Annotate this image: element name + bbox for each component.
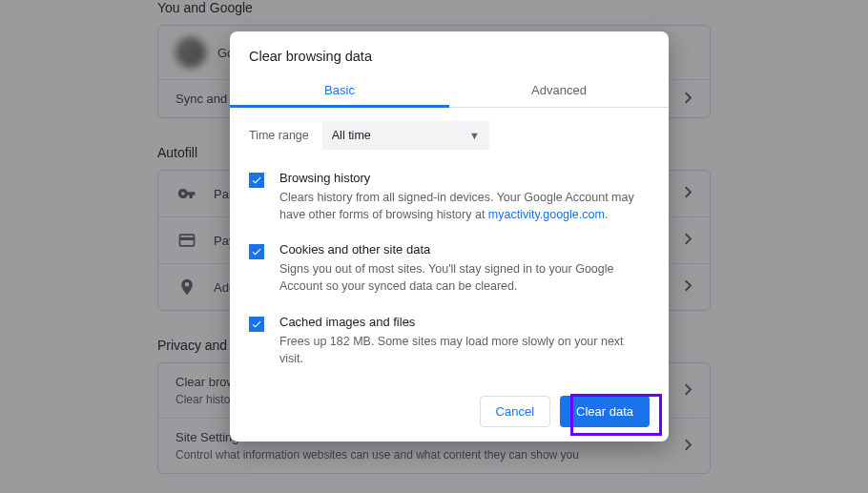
checkbox-cache[interactable] <box>249 317 264 332</box>
tab-basic[interactable]: Basic <box>230 75 449 107</box>
clear-data-button[interactable]: Clear data <box>560 396 650 427</box>
time-range-row: Time range All time ▼ <box>230 108 669 157</box>
dialog-title: Clear browsing data <box>230 31 669 75</box>
checkbox-cookies[interactable] <box>249 244 264 259</box>
option-title: Cookies and other site data <box>279 242 650 257</box>
dialog-actions: Cancel Clear data <box>230 380 669 442</box>
option-desc: Clears history from all signed-in device… <box>279 189 650 223</box>
option-browsing-history: Browsing history Clears history from all… <box>249 161 650 233</box>
clear-options: Browsing history Clears history from all… <box>230 157 669 380</box>
option-title: Browsing history <box>279 171 650 185</box>
option-cookies: Cookies and other site data Signs you ou… <box>249 233 650 304</box>
time-range-select[interactable]: All time <box>322 121 489 150</box>
dialog-tabs: Basic Advanced <box>230 75 669 108</box>
clear-browsing-data-dialog: Clear browsing data Basic Advanced Time … <box>230 31 669 442</box>
myactivity-link[interactable]: myactivity.google.com <box>488 208 605 221</box>
tab-advanced[interactable]: Advanced <box>449 75 669 107</box>
option-title: Cached images and files <box>279 315 650 329</box>
checkbox-browsing-history[interactable] <box>249 173 264 188</box>
option-desc: Frees up 182 MB. Some sites may load mor… <box>279 333 650 367</box>
cancel-button[interactable]: Cancel <box>480 396 550 427</box>
option-desc: Signs you out of most sites. You'll stay… <box>279 260 650 295</box>
option-cache: Cached images and files Frees up 182 MB.… <box>249 305 650 377</box>
time-range-label: Time range <box>249 129 309 142</box>
